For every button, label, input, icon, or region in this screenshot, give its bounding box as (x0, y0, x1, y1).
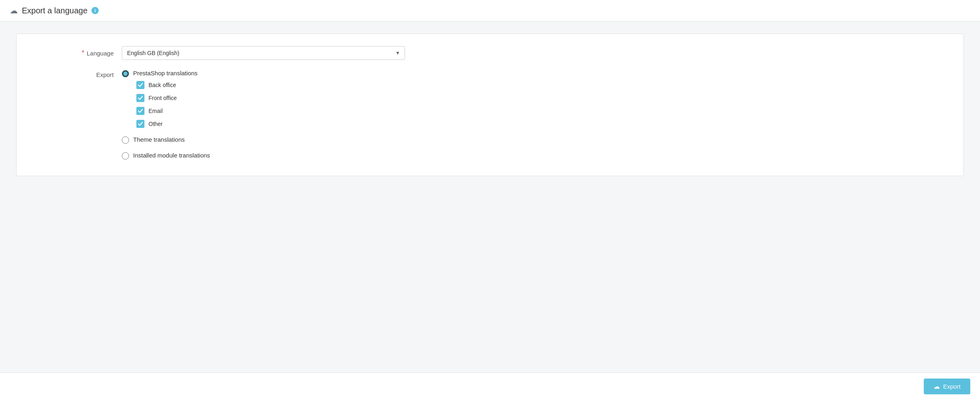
email-checkbox[interactable] (136, 107, 144, 115)
prestashop-sub-options: Back office Front office (136, 81, 197, 128)
upload-cloud-icon: ☁ (10, 6, 18, 15)
info-icon[interactable]: i (91, 7, 99, 14)
checkbox-option-front-office: Front office (136, 94, 197, 102)
radio-option-module: Installed module translations (122, 152, 210, 160)
form-card: * Language English GB (English) ▼ Export (16, 34, 964, 176)
module-radio-label[interactable]: Installed module translations (133, 152, 210, 159)
radio-option-theme: Theme translations (122, 136, 210, 144)
checkbox-option-other: Other (136, 120, 197, 128)
language-select-wrapper: English GB (English) ▼ (122, 46, 405, 60)
page-header: ☁ Export a language i (0, 0, 980, 21)
export-button-label: Export (943, 383, 961, 390)
prestashop-radio-label[interactable]: PrestaShop translations (133, 70, 197, 77)
required-indicator: * (82, 49, 84, 57)
export-field-group: Export PrestaShop translations (33, 70, 947, 160)
language-field-group: * Language English GB (English) ▼ (33, 46, 947, 60)
module-radio[interactable] (122, 152, 129, 160)
export-button-icon: ☁ (933, 383, 940, 390)
email-label: Email (148, 108, 163, 114)
export-radio-options: PrestaShop translations Back office (122, 70, 210, 160)
main-content: * Language English GB (English) ▼ Export (0, 21, 980, 372)
export-label-wrapper: Export (33, 70, 122, 78)
other-label: Other (148, 121, 163, 127)
page-title: Export a language (22, 6, 87, 15)
prestashop-radio[interactable] (122, 70, 129, 77)
page-footer: ☁ Export (0, 372, 980, 400)
export-label: Export (96, 71, 114, 78)
language-select[interactable]: English GB (English) (122, 46, 405, 60)
export-button[interactable]: ☁ Export (924, 379, 970, 394)
language-label: Language (87, 50, 114, 57)
back-office-checkbox[interactable] (136, 81, 144, 89)
checkbox-option-email: Email (136, 107, 197, 115)
language-label-wrapper: * Language (33, 46, 122, 57)
back-office-label: Back office (148, 82, 176, 88)
language-control-wrapper: English GB (English) ▼ (122, 46, 405, 60)
theme-radio-label[interactable]: Theme translations (133, 136, 185, 143)
radio-option-prestashop: PrestaShop translations Back office (122, 70, 210, 128)
front-office-checkbox[interactable] (136, 94, 144, 102)
theme-radio[interactable] (122, 136, 129, 144)
checkbox-option-back-office: Back office (136, 81, 197, 89)
other-checkbox[interactable] (136, 120, 144, 128)
front-office-label: Front office (148, 95, 177, 101)
